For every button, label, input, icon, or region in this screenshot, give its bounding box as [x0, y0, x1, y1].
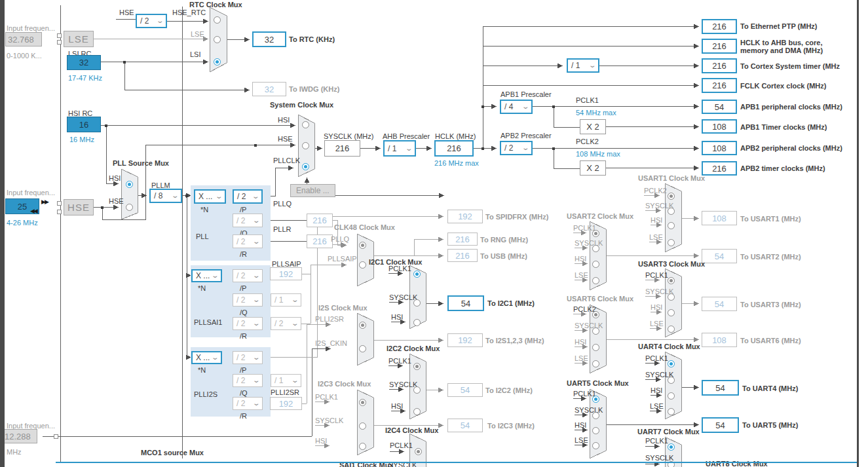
- sysmux-hsi-radio[interactable]: [302, 121, 309, 128]
- clk48-pllq-radio[interactable]: [359, 242, 366, 249]
- i2s-ckin-frequency-field[interactable]: 12.288: [2, 429, 37, 443]
- apb1-peripheral-value[interactable]: 54: [702, 100, 737, 114]
- hse-oscillator-box: HSE: [64, 199, 94, 215]
- pll-p-select[interactable]: / 2 ⌄: [233, 189, 263, 204]
- pllm-select[interactable]: / 8 ⌄: [149, 189, 182, 203]
- usart1-lse-radio[interactable]: [668, 239, 675, 246]
- usart6-pclk2-radio[interactable]: [592, 311, 599, 318]
- usart2-hsi-radio[interactable]: [592, 261, 599, 268]
- fclk-cortex-value[interactable]: 216: [702, 78, 737, 93]
- i2c3-pclk1-radio[interactable]: [359, 399, 366, 406]
- lse-input-frequency-field[interactable]: 32.768: [5, 32, 42, 47]
- uart7-pclk1-radio[interactable]: [668, 443, 675, 451]
- usart3-sysclk-radio[interactable]: [668, 293, 675, 301]
- uart5-label: To UART5 (MHz): [742, 421, 798, 429]
- usart2-lse-radio[interactable]: [592, 277, 599, 284]
- pllsai1-n-select[interactable]: X ... ⌄: [191, 269, 222, 282]
- uart5-lse-radio[interactable]: [592, 442, 599, 449]
- i2c1-hsi-radio[interactable]: [413, 319, 421, 326]
- i2s-ckin-label: I2S_CKIN: [315, 339, 347, 347]
- i2c2-hsi-label: HSI: [391, 402, 403, 410]
- uart7-sysclk-label: SYSCLK: [645, 454, 673, 462]
- i2c2-value: 54: [447, 383, 483, 397]
- uart4-pclk1-radio[interactable]: [668, 360, 675, 367]
- uart4-label: To UART4 (MHz): [742, 384, 798, 392]
- sysmux-pllclk-radio[interactable]: [302, 163, 309, 170]
- horizontal-scrollbar[interactable]: [56, 462, 857, 463]
- chevron-down-icon: ⌄: [171, 193, 179, 199]
- to-rtc-value[interactable]: 32: [252, 31, 286, 47]
- i2c1-value[interactable]: 54: [447, 295, 484, 311]
- css-enable-button[interactable]: Enable ...: [290, 184, 335, 197]
- i2c3-sysclk-radio[interactable]: [359, 422, 366, 430]
- sysmux-hsi-label: HSI: [278, 116, 290, 124]
- mco1-mux-title: MCO1 source Mux: [141, 449, 204, 457]
- sysclk-value: 216: [324, 140, 360, 157]
- ahb-prescaler-select[interactable]: / 1 ⌄: [383, 140, 416, 157]
- i2s-ckin-radio[interactable]: [359, 345, 366, 352]
- rtc-mux-hse-radio[interactable]: [214, 16, 221, 24]
- usart2-pclk1-radio[interactable]: [592, 230, 599, 237]
- uart4-mux-title: UART4 Clock Mux: [638, 343, 700, 350]
- uart5-sysclk-radio[interactable]: [592, 412, 599, 419]
- uart4-hsi-radio[interactable]: [668, 392, 675, 400]
- usart3-pclk1-radio[interactable]: [668, 277, 675, 284]
- usart1-hsi-label: HSI: [651, 216, 662, 224]
- clk48-pllsaip-radio[interactable]: [359, 261, 366, 269]
- pll-q-select: / 2 ⌄: [233, 214, 263, 227]
- i2c2-hsi-radio[interactable]: [413, 408, 421, 415]
- uart5-value[interactable]: 54: [702, 417, 739, 433]
- hse-rtc-label: HSE_RTC: [172, 9, 206, 16]
- uart5-pclk1-radio[interactable]: [592, 396, 599, 403]
- usart3-lse-radio[interactable]: [668, 326, 675, 333]
- rtc-mux-lse-radio[interactable]: [214, 36, 221, 43]
- pll-r-select: / 2 ⌄: [233, 234, 263, 248]
- rtc-mux-title: RTC Clock Mux: [189, 1, 242, 9]
- hclk-value[interactable]: 216: [434, 140, 474, 157]
- usart2-sysclk-radio[interactable]: [592, 245, 599, 252]
- rtc-hse-prescaler-select[interactable]: / 2 ⌄: [136, 14, 167, 28]
- sysmux-hse-label: HSE: [278, 135, 293, 143]
- rtc-mux-lsi-radio[interactable]: [214, 58, 221, 65]
- pllsai1-q-label: /Q: [240, 308, 248, 316]
- cortex-timer-value[interactable]: 216: [702, 58, 737, 73]
- usart6-lse-radio[interactable]: [592, 360, 599, 367]
- hclk-ahb-value[interactable]: 216: [702, 39, 737, 54]
- pllsai1-rdiv-select: / 2 ⌄: [271, 317, 301, 330]
- uart4-sysclk-radio[interactable]: [668, 377, 675, 384]
- i2c1-sysclk-radio[interactable]: [413, 299, 421, 307]
- apb1-timer-value[interactable]: 108: [702, 119, 737, 134]
- apb2-prescaler-select[interactable]: / 2 ⌄: [500, 141, 533, 155]
- i2c2-sysclk-radio[interactable]: [413, 386, 421, 394]
- pllsrc-hsi-radio[interactable]: [126, 181, 133, 188]
- i2c4-pclk1-radio[interactable]: [415, 448, 422, 455]
- plli2s-n-select[interactable]: X ... ⌄: [191, 351, 222, 364]
- cortex-timer-prescaler-select[interactable]: / 1 ⌄: [567, 58, 599, 73]
- apb2-prescaler-value: / 2: [504, 143, 513, 153]
- usart3-hsi-radio[interactable]: [668, 309, 675, 316]
- uart4-lse-radio[interactable]: [668, 408, 675, 415]
- apb2-timer-value[interactable]: 216: [702, 161, 737, 176]
- usart1-hsi-radio[interactable]: [668, 222, 675, 229]
- i2c1-pclk1-radio[interactable]: [413, 271, 421, 278]
- usart1-sysclk-radio[interactable]: [668, 208, 675, 215]
- pllsrc-hse-radio[interactable]: [126, 204, 133, 211]
- i2c3-mux-title: I2C3 Clock Mux: [318, 380, 371, 388]
- apb1-prescaler-value: / 4: [504, 102, 513, 111]
- apb1-prescaler-select[interactable]: / 4 ⌄: [500, 100, 533, 114]
- i2s-plli2sr-radio[interactable]: [359, 322, 366, 329]
- i2s-ckin-unit-label: MHz: [7, 448, 22, 456]
- i2c2-sysclk-label: SYSCLK: [389, 381, 417, 388]
- usart3-hsi-label: HSI: [651, 303, 662, 311]
- apb2-peripheral-value[interactable]: 108: [702, 141, 737, 155]
- usart6-hsi-radio[interactable]: [592, 344, 599, 351]
- uart5-hsi-radio[interactable]: [592, 427, 599, 434]
- i2c2-pclk1-radio[interactable]: [413, 363, 421, 370]
- uart4-value[interactable]: 54: [702, 380, 739, 396]
- i2c3-hsi-radio[interactable]: [359, 443, 366, 450]
- sysmux-hse-radio[interactable]: [302, 142, 309, 149]
- ethernet-ptp-value[interactable]: 216: [702, 19, 737, 34]
- usart1-pclk2-radio[interactable]: [668, 193, 675, 200]
- usart6-sysclk-radio[interactable]: [592, 327, 599, 335]
- pll-n-select[interactable]: X ... ⌄: [194, 189, 226, 204]
